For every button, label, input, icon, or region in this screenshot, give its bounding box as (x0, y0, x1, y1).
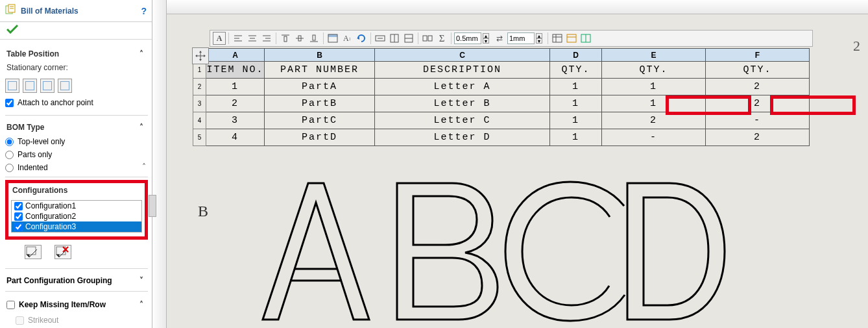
panel-header: Bill of Materials ? (0, 0, 152, 22)
section-configurations[interactable]: Configurations (11, 186, 142, 200)
align-center-icon[interactable] (246, 32, 259, 45)
hdr-qty[interactable]: QTY. (550, 62, 602, 79)
stationary-corner-label: Stationary corner: (5, 62, 148, 76)
config3-checkbox[interactable] (14, 223, 23, 231)
col-header-a[interactable]: A (206, 49, 265, 62)
section-table-position[interactable]: Table Position ˄ (5, 45, 148, 62)
radio-partsonly[interactable] (5, 151, 14, 159)
svg-rect-32 (423, 36, 427, 41)
drawing-area: B 2 A A↕ Σ ▲▼ ⇄ (152, 0, 868, 328)
merge-icon[interactable] (421, 32, 434, 45)
property-panel: Bill of Materials ? Table Position ˄ Sta… (0, 0, 152, 328)
lock-column-icon[interactable] (388, 32, 401, 45)
table-format2-icon[interactable] (565, 32, 578, 45)
align-right-icon[interactable] (260, 32, 273, 45)
spinner1[interactable]: ▲▼ (483, 33, 489, 44)
row-num[interactable]: 2 (193, 79, 206, 95)
spinner2[interactable]: ▲▼ (536, 33, 542, 44)
bom-table[interactable]: A B C D E F 1 ITEM NO. PART NUMBER DESCR… (193, 48, 810, 146)
config-item-1[interactable]: Configuration1 (12, 201, 141, 211)
chevron-up-icon: ˄ (136, 122, 147, 132)
panel-body: Table Position ˄ Stationary corner: Atta… (0, 42, 152, 328)
section-keep-missing[interactable]: Keep Missing Item/Row ˄ (5, 294, 148, 314)
select-all-button[interactable] (25, 245, 42, 259)
confirm-feature[interactable] (0, 22, 152, 36)
hdr-partnumber[interactable]: PART NUMBER (265, 62, 375, 79)
drawing-canvas[interactable]: B 2 A A↕ Σ ▲▼ ⇄ (167, 14, 868, 328)
svg-rect-23 (328, 34, 337, 37)
corner-br-button[interactable] (58, 79, 72, 93)
bom-header-row[interactable]: 1 ITEM NO. PART NUMBER DESCRIPTION QTY. … (193, 62, 810, 79)
config2-checkbox[interactable] (14, 212, 23, 221)
ruler-vertical[interactable] (152, 0, 167, 328)
col-header-e[interactable]: E (602, 49, 706, 62)
config-item-3[interactable]: Configuration3 (12, 221, 141, 232)
col-header-b[interactable]: B (265, 49, 375, 62)
valign-bot-icon[interactable] (307, 32, 320, 45)
bom-type-toplevel[interactable]: Top-level only (5, 135, 148, 148)
hdr-description[interactable]: DESCRIPTION (375, 62, 550, 79)
valign-top-icon[interactable] (279, 32, 292, 45)
hdr-qty-f[interactable]: QTY. (706, 62, 810, 79)
swap-icon[interactable]: ⇄ (493, 32, 506, 45)
formula-icon[interactable]: Σ (435, 32, 448, 45)
section-label: BOM Type (6, 123, 44, 132)
attach-anchor-row[interactable]: Attach to anchor point (5, 95, 148, 112)
help-icon[interactable]: ? (141, 6, 147, 16)
header-row-icon[interactable] (326, 32, 339, 45)
radio-toplevel[interactable] (5, 138, 14, 146)
keep-missing-checkbox[interactable] (6, 301, 15, 309)
corner-tl-button[interactable] (5, 79, 19, 93)
valign-mid-icon[interactable] (293, 32, 306, 45)
section-label: Configurations (12, 186, 67, 197)
strikeout-row: Strikeout (5, 314, 148, 327)
thickness2-input[interactable] (507, 32, 535, 44)
config1-checkbox[interactable] (14, 202, 23, 210)
col-header-f[interactable]: F (706, 49, 810, 62)
chevron-down-icon: ˅ (136, 275, 147, 286)
bom-table-wrap: A B C D E F 1 ITEM NO. PART NUMBER DESCR… (193, 48, 810, 146)
ruler-horizontal[interactable] (152, 0, 868, 14)
row-num[interactable]: 5 (193, 129, 206, 146)
text-direction-icon[interactable]: A↕ (341, 32, 354, 45)
deselect-all-button[interactable] (54, 245, 71, 259)
bom-type-partsonly[interactable]: Parts only (5, 148, 148, 161)
panel-title: Bill of Materials (21, 6, 137, 16)
table-row[interactable]: 4 3 PartC Letter C 1 2 - (193, 112, 810, 129)
hdr-qty-e[interactable]: QTY. (602, 62, 706, 79)
attach-anchor-checkbox[interactable] (5, 99, 14, 107)
radio-indented[interactable] (5, 164, 14, 172)
table-row[interactable]: 5 4 PartD Letter D 1 - 2 (193, 129, 810, 146)
page-number: 2 (853, 38, 860, 55)
table-row[interactable]: 3 2 PartB Letter B 1 1 2 (193, 95, 810, 112)
table-move-handle[interactable] (192, 47, 209, 64)
bom-type-indented[interactable]: Indented (5, 161, 148, 174)
table-row[interactable]: 2 1 PartA Letter A 1 1 2 (193, 79, 810, 95)
table-format3-icon[interactable] (579, 32, 592, 45)
align-left-icon[interactable] (232, 32, 245, 45)
column-letter-row: A B C D E F (193, 49, 810, 62)
selection-tools (5, 240, 148, 266)
fit-table-icon[interactable] (374, 32, 387, 45)
row-num[interactable]: 4 (193, 112, 206, 129)
hdr-itemno[interactable]: ITEM NO. (206, 62, 265, 79)
col-header-c[interactable]: C (375, 49, 550, 62)
configurations-list: Configuration1 Configuration2 Configurat… (11, 200, 142, 233)
zone-marker: B (198, 203, 208, 220)
font-a-button[interactable]: A (213, 32, 226, 45)
config-item-2[interactable]: Configuration2 (12, 211, 141, 221)
chevron-up-icon: ˄ (136, 299, 147, 310)
section-bom-type[interactable]: BOM Type ˄ (5, 118, 148, 135)
svg-rect-18 (284, 36, 287, 42)
col-header-d[interactable]: D (550, 49, 602, 62)
rotate-icon[interactable] (355, 32, 368, 45)
keep-missing-row[interactable]: Keep Missing Item/Row (6, 298, 106, 311)
table-format1-icon[interactable] (551, 32, 564, 45)
corner-tr-button[interactable] (23, 79, 37, 93)
section-part-config-grouping[interactable]: Part Configuration Grouping ˅ (5, 271, 148, 288)
thickness1-input[interactable] (454, 32, 481, 44)
panel-splitter[interactable] (149, 195, 156, 217)
corner-bl-button[interactable] (40, 79, 54, 93)
row-num[interactable]: 3 (193, 95, 206, 112)
lock-row-icon[interactable] (402, 32, 415, 45)
